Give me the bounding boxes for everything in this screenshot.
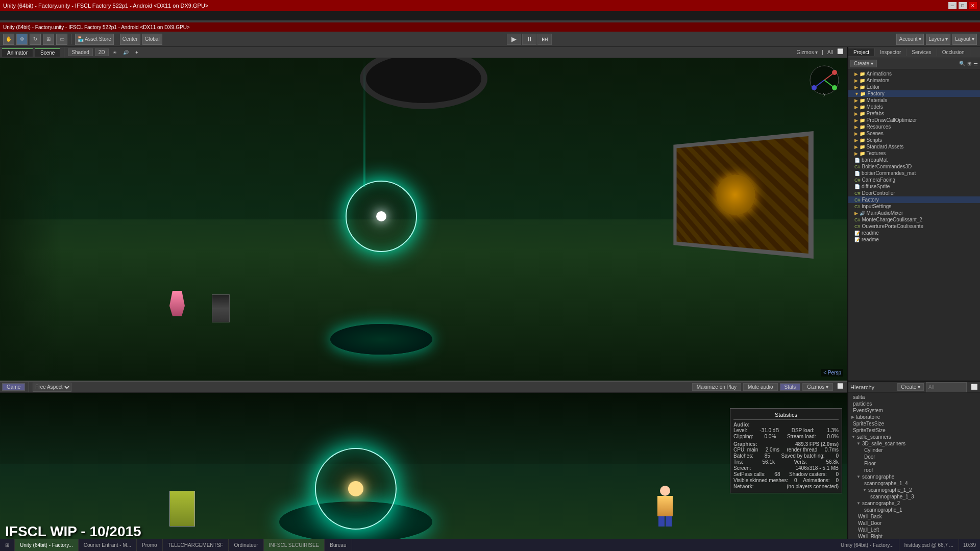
shading-btn[interactable]: Shaded (68, 48, 92, 56)
audio-icon[interactable]: 🔊 (121, 49, 131, 56)
tree-item-monte[interactable]: C# MonteChargeCoulissant_2 (848, 216, 980, 223)
tree-item-readme1[interactable]: 📝 readme (848, 230, 980, 236)
tab-inspector[interactable]: Inspector (875, 48, 906, 56)
stats-btn[interactable]: Stats (780, 383, 801, 391)
hier-scan2[interactable]: ▼ scannographe_2 (848, 500, 980, 507)
rotate-tool[interactable]: ↻ (30, 34, 41, 45)
tree-item-ouverture[interactable]: C# OuverturePorteCoulissante (848, 223, 980, 230)
tree-item-scripts[interactable]: ▶ 📁 Scripts (848, 137, 980, 143)
aspect-select[interactable]: Free Aspect (33, 383, 71, 392)
play-btn[interactable]: ▶ (507, 34, 521, 45)
taskbar-courier[interactable]: Courier Entrant - M... (79, 539, 137, 551)
collapse-scene-btn[interactable]: ⬜ (837, 48, 845, 57)
hier-eventsystem[interactable]: EventSystem (848, 407, 980, 414)
hier-scan14[interactable]: scannographe_1_4 (848, 480, 980, 487)
hier-salle[interactable]: ▼ salle_scanners (848, 434, 980, 440)
tab-project[interactable]: Project (848, 48, 875, 56)
project-icon-view[interactable]: ⊞ (967, 61, 971, 66)
hier-scan13[interactable]: scannographe_1_3 (848, 493, 980, 500)
tree-item-prodraw[interactable]: ▶ 📁 ProDrawCallOptimizer (848, 117, 980, 123)
taskbar-infscl[interactable]: INFSCL SECUIRISEE (264, 539, 325, 551)
collapse-game-btn[interactable]: ⬜ (837, 383, 845, 391)
rect-tool[interactable]: ▭ (56, 34, 67, 45)
hier-scannographe[interactable]: ▼ scannographe (848, 473, 980, 480)
hier-salita[interactable]: salita (848, 394, 980, 400)
tree-item-door[interactable]: C# DoorController (848, 190, 980, 196)
hier-wallright[interactable]: Wall_Right (848, 533, 980, 539)
mute-audio-btn[interactable]: Mute audio (743, 383, 777, 391)
gizmos-label[interactable]: Gizmos ▾ (797, 49, 818, 55)
account-btn[interactable]: Account ▾ (896, 34, 924, 45)
tab-scene[interactable]: Scene (35, 48, 60, 57)
hier-roof[interactable]: roof (848, 467, 980, 473)
tab-animator[interactable]: Animator (2, 48, 33, 57)
tree-item-standard[interactable]: ▶ 📁 Standard Assets (848, 143, 980, 150)
global-btn[interactable]: Global (142, 34, 162, 45)
tree-item-textures[interactable]: ▶ 📁 Textures (848, 150, 980, 157)
center-btn[interactable]: Center (120, 34, 140, 45)
layout-btn[interactable]: Layout ▾ (952, 34, 977, 45)
hierarchy-search[interactable] (926, 382, 967, 392)
tree-item-materials[interactable]: ▶ 📁 Materials (848, 97, 980, 104)
tree-item-resources[interactable]: ▶ 📁 Resources (848, 123, 980, 130)
lighting-icon[interactable]: ☀ (111, 49, 119, 56)
tree-item-readme2[interactable]: 📝 readme (848, 236, 980, 243)
project-list-view[interactable]: ☰ (973, 61, 978, 66)
hier-collapse-btn[interactable]: ⬜ (971, 384, 978, 390)
tree-item-factory[interactable]: ▼ 📁 Factory (848, 90, 980, 97)
tree-item-scenes[interactable]: ▶ 📁 Scenes (848, 130, 980, 137)
step-btn[interactable]: ⏭ (537, 34, 552, 45)
tree-item-input[interactable]: C# inputSettings (848, 203, 980, 210)
hier-wallback[interactable]: Wall_Back (848, 513, 980, 520)
tree-item-animations[interactable]: ▶ 📁 Animations (848, 70, 980, 77)
taskbar-bureau[interactable]: Bureau (325, 539, 352, 551)
tree-item-models[interactable]: ▶ 📁 Models (848, 104, 980, 110)
tab-occlusion[interactable]: Occlusion (937, 48, 970, 56)
taskbar-histday[interactable]: histday.psd @ 66,7 ... (899, 539, 959, 551)
tree-item-factory-cs[interactable]: C# Factory (848, 196, 980, 203)
minimize-btn[interactable]: ─ (948, 2, 957, 9)
hier-spritetestsize[interactable]: SpriteTestSize (848, 427, 980, 434)
maximize-play-btn[interactable]: Maximize on Play (692, 383, 741, 391)
tree-item-camerafacing[interactable]: C# CameraFacing (848, 177, 980, 183)
hier-walldoor[interactable]: Wall_Door (848, 520, 980, 527)
hier-cylinder[interactable]: Cylinder (848, 447, 980, 454)
taskbar-unity2[interactable]: Unity (64bit) - Factory... (836, 539, 899, 551)
hierarchy-create-btn[interactable]: Create ▾ (897, 383, 924, 391)
hier-spritetessize[interactable]: SpriteTesSize (848, 420, 980, 427)
layers-btn[interactable]: Layers ▾ (926, 34, 950, 45)
project-create-btn[interactable]: Create ▾ (850, 60, 877, 67)
fx-icon[interactable]: ✦ (133, 49, 141, 56)
tree-item-editor[interactable]: ▶ 📁 Editor (848, 84, 980, 90)
taskbar-promo[interactable]: Promo (137, 539, 162, 551)
hier-laboratoire[interactable]: ▶ laboratoire (848, 414, 980, 420)
move-tool[interactable]: ✥ (16, 34, 28, 45)
taskbar-start[interactable]: ⊞ (0, 539, 15, 551)
hier-scan12[interactable]: ▼ scannographe_1_2 (848, 487, 980, 493)
tab-services[interactable]: Services (906, 48, 937, 56)
tree-item-diffusesprite[interactable]: 📄 diffuseSprite (848, 183, 980, 190)
2d-btn[interactable]: 2D (95, 48, 109, 56)
taskbar-ordinateur[interactable]: Ordinateur (229, 539, 263, 551)
hier-particles[interactable]: particles (848, 400, 980, 407)
tree-item-boitiermat[interactable]: 📄 boitierCommandes_mat (848, 170, 980, 177)
game-gizmos-btn[interactable]: Gizmos ▾ (802, 383, 833, 391)
taskbar-unity[interactable]: Unity (64bit) - Factory... (15, 539, 79, 551)
tree-item-boitier3d[interactable]: C# BoitierCommandes3D (848, 163, 980, 170)
maximize-btn[interactable]: □ (959, 2, 967, 9)
taskbar-telecharge[interactable]: TELECHARGEMENTSF (163, 539, 229, 551)
hier-floor[interactable]: Floor (848, 460, 980, 467)
hier-3d-salle[interactable]: ▼ 3D_salle_scanners (848, 440, 980, 447)
tab-game[interactable]: Game (2, 383, 25, 391)
scale-tool[interactable]: ⊞ (43, 34, 54, 45)
hier-wallleft[interactable]: Wall_Left (848, 527, 980, 533)
tree-item-animators[interactable]: ▶ 📁 Animators (848, 77, 980, 84)
tree-item-mainaudio[interactable]: ▶ 🔊 MainAudioMixer (848, 210, 980, 216)
tree-item-prefabs[interactable]: ▶ 📁 Prefabs (848, 110, 980, 117)
pause-btn[interactable]: ⏸ (522, 34, 536, 45)
hier-door[interactable]: Door (848, 454, 980, 460)
tree-item-barreaumat[interactable]: 📄 barreauMat (848, 157, 980, 163)
asset-store-btn[interactable]: 🏪 Asset Store (75, 34, 114, 45)
hier-scan1[interactable]: scannographe_1 (848, 507, 980, 513)
hand-tool[interactable]: ✋ (3, 34, 14, 45)
